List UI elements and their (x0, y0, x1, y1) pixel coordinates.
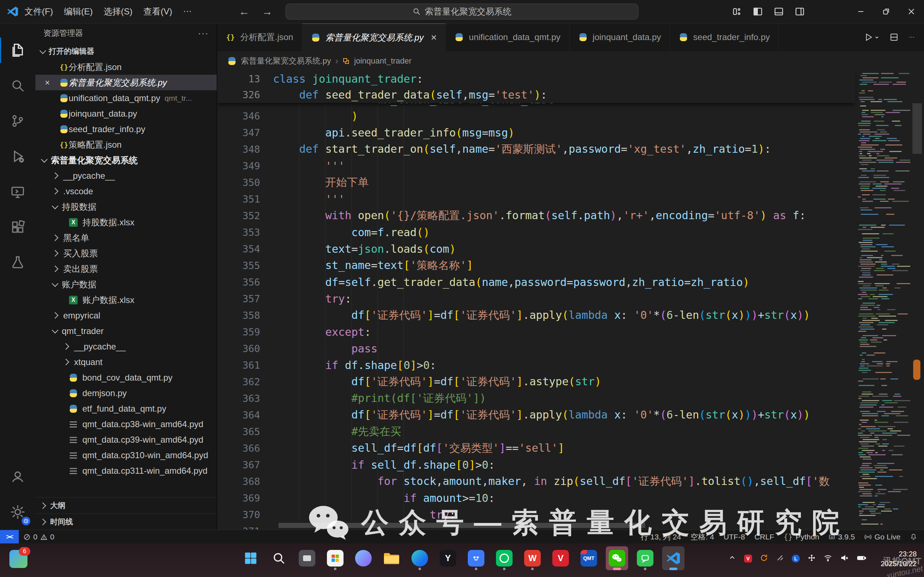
eol-sequence[interactable]: CRLF (750, 530, 779, 544)
open-editor-item[interactable]: unification_data_qmt.pyqmt_tr... (35, 90, 217, 106)
tree-item[interactable]: demjson.py (35, 385, 217, 401)
tray-wifi-icon[interactable] (824, 553, 832, 564)
breadcrumb-symbol[interactable]: joinquant_trader (354, 56, 411, 66)
code-line[interactable]: 349 ''' (217, 158, 855, 174)
sticky-scroll[interactable]: 13class joinquant_trader:326 def seed_tr… (217, 71, 855, 103)
python-interpreter[interactable]: 3.9.5 (824, 530, 860, 544)
tray-chevron-up-icon[interactable] (728, 554, 736, 563)
activity-run-debug[interactable] (0, 139, 35, 174)
tree-item[interactable]: __pycache__ (35, 168, 217, 184)
cursor-position[interactable]: 行 13, 列 24 (636, 530, 685, 544)
activity-search[interactable] (0, 68, 35, 103)
command-center-search[interactable]: 索普量化聚宽交易系统 (286, 3, 639, 19)
accounts-button[interactable] (0, 459, 35, 494)
tree-item[interactable]: etf_fund_data_qmt.py (35, 401, 217, 416)
taskbar-app-vscode[interactable] (662, 546, 685, 570)
code-line[interactable]: 347 api.seed_trader_info(msg=msg) (217, 124, 855, 141)
code-line[interactable]: 357 try: (217, 290, 855, 307)
sticky-code-line[interactable]: 326 def seed_trader_data(self,msg='test'… (217, 87, 855, 103)
code-line[interactable]: 367 if sell_df.shape[0]>0: (217, 456, 855, 473)
indentation[interactable]: 空格: 4 (686, 530, 719, 544)
outline-section[interactable]: 大纲 (35, 497, 217, 513)
close-button[interactable] (899, 0, 924, 23)
tree-item[interactable]: 卖出股票 (35, 261, 217, 277)
settings-button[interactable] (0, 494, 35, 530)
code-line[interactable]: 364 df['证券代码']=df['证券代码'].apply(lambda x… (217, 406, 855, 423)
code-line[interactable]: 370 try: (217, 506, 855, 523)
taskbar-widget[interactable]: 6 (10, 550, 27, 568)
tree-item[interactable]: 持股数据 (35, 199, 217, 214)
open-editor-item[interactable]: {}策略配置.json (35, 137, 217, 152)
taskbar-app-legion[interactable]: Y (437, 546, 459, 570)
tree-item[interactable]: X账户数据.xlsx (35, 292, 217, 308)
tree-item[interactable]: empyrical (35, 308, 217, 323)
open-editor-item[interactable]: ×索普量化聚宽交易系统.py (35, 75, 217, 90)
editor-more-actions[interactable]: ··· (909, 34, 914, 40)
code-line[interactable]: 366 sell_df=df[df['交易类型']=='sell'] (217, 440, 855, 456)
editor-tab[interactable]: seed_trader_info.py (670, 23, 779, 51)
tree-item[interactable]: __pycache__ (35, 339, 217, 354)
go-live-button[interactable]: Go Live (860, 530, 905, 544)
open-editors-header[interactable]: 打开的编辑器 (35, 44, 217, 59)
menu-edit[interactable]: 编辑(E) (64, 6, 93, 17)
tree-item[interactable]: 黑名单 (35, 230, 217, 245)
taskbar-app-store[interactable] (324, 546, 347, 570)
taskbar-app-explorer[interactable] (381, 546, 403, 570)
tray-move-icon[interactable] (808, 554, 816, 563)
code-line[interactable]: 353 com=f.read() (217, 224, 855, 240)
open-editor-item[interactable]: seed_trader_info.py (35, 121, 217, 137)
tray-sync-orange-icon[interactable] (760, 554, 768, 563)
problems-indicator[interactable]: 0 0 (19, 530, 59, 544)
sidebar-more-actions[interactable]: ··· (198, 28, 209, 38)
code-line[interactable]: 365 #先卖在买 (217, 423, 855, 440)
code-line[interactable]: 350 开始下单 (217, 174, 855, 191)
nav-forward-icon[interactable]: → (262, 5, 273, 18)
code-line[interactable]: 354 text=json.loads(com) (217, 240, 855, 257)
minimap[interactable] (858, 71, 910, 530)
tree-item[interactable]: qmt_data.cp310-win_amd64.pyd (35, 447, 217, 463)
code-line[interactable]: 359 except: (217, 324, 855, 340)
taskbar-app-qmt[interactable]: QMT (577, 546, 600, 570)
tray-battery-icon[interactable] (857, 553, 866, 564)
taskbar-app-search[interactable] (268, 546, 290, 570)
tray-pen-icon[interactable] (776, 554, 784, 563)
taskbar-app-edge[interactable] (408, 546, 431, 570)
code-line[interactable]: 361 if df.shape[0]>0: (217, 357, 855, 373)
code-editor[interactable]: 345 wx_token_list=wx_token_list346 )347 … (217, 71, 924, 530)
taskbar-clock[interactable]: 23:28 2025/10/22 (880, 549, 917, 569)
tray-antivirus-v-icon[interactable]: V (744, 554, 752, 562)
tree-item[interactable]: qmt_data.cp39-win_amd64.pyd (35, 432, 217, 447)
open-editor-item[interactable]: {}分析配置.json (35, 59, 217, 75)
menu-file[interactable]: 文件(F) (24, 6, 53, 17)
tree-item[interactable]: qmt_data.cp38-win_amd64.pyd (35, 416, 217, 432)
code-line[interactable]: 348 def start_trader_on(self,name='西蒙斯测试… (217, 141, 855, 158)
taskbar-app-media[interactable] (296, 546, 318, 570)
toggle-panel-icon[interactable] (774, 6, 784, 17)
customize-layout-icon[interactable] (732, 6, 742, 17)
taskbar-app-vred[interactable]: V (550, 546, 572, 570)
activity-testing[interactable] (0, 245, 35, 280)
tree-item[interactable]: 账户数据 (35, 277, 217, 292)
notifications-bell[interactable] (905, 530, 922, 544)
vertical-scrollbar[interactable] (910, 71, 924, 530)
menu-view[interactable]: 查看(V) (144, 6, 172, 17)
taskbar-app-copilot[interactable] (352, 546, 374, 570)
nav-back-icon[interactable]: ← (239, 5, 250, 18)
tree-item[interactable]: 索普量化聚宽交易系统 (35, 152, 217, 168)
tray-lenovo-icon[interactable]: L (792, 554, 800, 562)
minimize-button[interactable] (848, 0, 873, 23)
sticky-code-line[interactable]: 13class joinquant_trader: (217, 71, 855, 87)
editor-tab[interactable]: {}分析配置.json (217, 23, 302, 51)
run-python-button[interactable] (864, 32, 879, 42)
editor-tab[interactable]: unification_data_qmt.py (446, 23, 570, 51)
open-editor-item[interactable]: joinquant_data.py (35, 106, 217, 121)
horizontal-scrollbar[interactable] (279, 523, 645, 528)
taskbar-app-doubao[interactable] (465, 546, 487, 570)
split-editor-icon[interactable] (889, 32, 899, 42)
menu-more[interactable]: ··· (183, 6, 192, 17)
timeline-section[interactable]: 时间线 (35, 513, 217, 530)
code-line[interactable]: 368 for stock,amount,maker, in zip(sell_… (217, 473, 855, 490)
tree-item[interactable]: .vscode (35, 184, 217, 199)
toggle-secondary-sidebar-icon[interactable] (795, 6, 805, 17)
code-line[interactable]: 360 pass (217, 340, 855, 357)
